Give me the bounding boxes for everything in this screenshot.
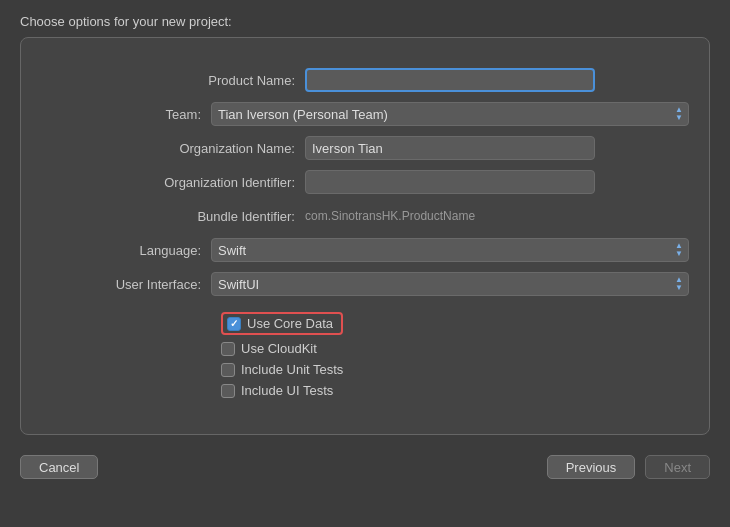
team-row: Team: Tian Iverson (Personal Team) ▲▼ — [41, 102, 689, 126]
bundle-id-value: com.SinotransHK.ProductName — [305, 204, 595, 228]
org-name-row: Organization Name: — [41, 136, 689, 160]
ui-control: SwiftUI Storyboard ▲▼ — [211, 272, 689, 296]
use-cloudkit-checkbox-wrapper[interactable] — [221, 342, 235, 356]
language-control: Swift Objective-C ▲▼ — [211, 238, 689, 262]
language-row: Language: Swift Objective-C ▲▼ — [41, 238, 689, 262]
header-text: Choose options for your new project: — [20, 14, 232, 29]
bundle-id-row: Bundle Identifier: com.SinotransHK.Produ… — [41, 204, 689, 228]
dialog-footer: Cancel Previous Next — [0, 441, 730, 479]
product-name-control — [305, 68, 595, 92]
include-unit-tests-checkbox-wrapper[interactable] — [221, 363, 235, 377]
dialog-header: Choose options for your new project: — [0, 0, 730, 37]
org-id-label: Organization Identifier: — [135, 175, 305, 190]
team-select[interactable]: Tian Iverson (Personal Team) — [211, 102, 689, 126]
include-ui-tests-checkbox-wrapper[interactable] — [221, 384, 235, 398]
product-name-label: Product Name: — [135, 73, 305, 88]
use-cloudkit-label: Use CloudKit — [241, 341, 317, 356]
footer-nav-buttons: Previous Next — [547, 455, 710, 479]
checkboxes-section: Use Core Data Use CloudKit Include Unit … — [221, 312, 511, 404]
bundle-id-label: Bundle Identifier: — [135, 209, 305, 224]
org-name-control — [305, 136, 595, 160]
org-name-input[interactable] — [305, 136, 595, 160]
next-button: Next — [645, 455, 710, 479]
org-name-label: Organization Name: — [135, 141, 305, 156]
include-unit-tests-label: Include Unit Tests — [241, 362, 343, 377]
use-core-data-checkbox-wrapper[interactable] — [227, 317, 241, 331]
ui-select[interactable]: SwiftUI Storyboard — [211, 272, 689, 296]
bundle-id-control: com.SinotransHK.ProductName — [305, 204, 595, 228]
language-label: Language: — [41, 243, 211, 258]
product-name-input[interactable] — [305, 68, 595, 92]
previous-button[interactable]: Previous — [547, 455, 636, 479]
org-id-control — [305, 170, 595, 194]
language-select[interactable]: Swift Objective-C — [211, 238, 689, 262]
use-core-data-label: Use Core Data — [247, 316, 333, 331]
cancel-button[interactable]: Cancel — [20, 455, 98, 479]
include-ui-tests-label: Include UI Tests — [241, 383, 333, 398]
org-id-row: Organization Identifier: — [41, 170, 689, 194]
team-control: Tian Iverson (Personal Team) ▲▼ — [211, 102, 689, 126]
include-unit-tests-row: Include Unit Tests — [221, 362, 343, 377]
ui-row: User Interface: SwiftUI Storyboard ▲▼ — [41, 272, 689, 296]
team-label: Team: — [41, 107, 211, 122]
include-ui-tests-row: Include UI Tests — [221, 383, 333, 398]
use-cloudkit-row: Use CloudKit — [221, 341, 317, 356]
use-core-data-row: Use Core Data — [221, 312, 343, 335]
dialog-content: Product Name: Team: Tian Iverson (Person… — [20, 37, 710, 435]
ui-label: User Interface: — [41, 277, 211, 292]
org-id-input[interactable] — [305, 170, 595, 194]
product-name-row: Product Name: — [41, 68, 689, 92]
